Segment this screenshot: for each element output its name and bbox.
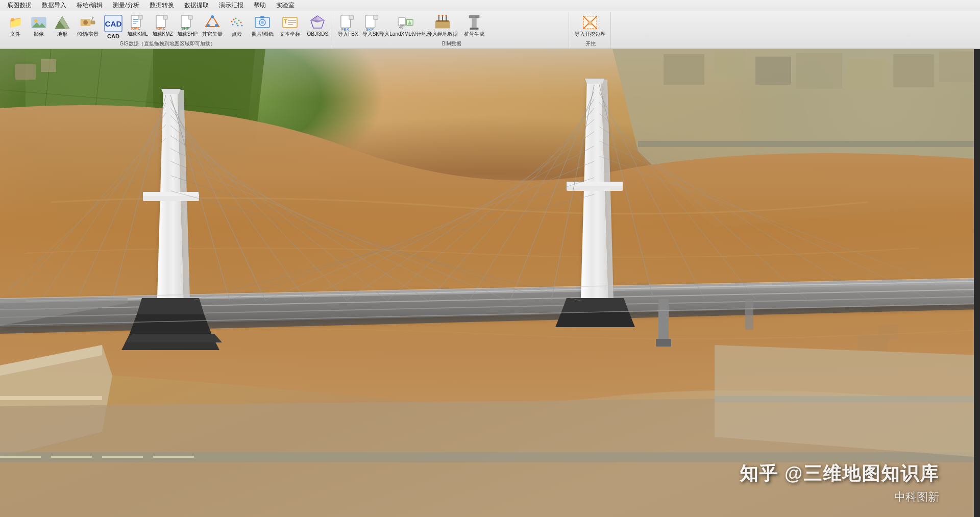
svg-rect-22 <box>188 15 192 19</box>
menu-help[interactable]: 帮助 <box>249 0 271 11</box>
kmz-button[interactable]: KMZ 加载KMZ <box>151 13 175 38</box>
cad-label: CAD <box>107 33 119 39</box>
kmz-icon: KMZ <box>154 14 170 31</box>
svg-point-25 <box>207 24 210 27</box>
imagery-button[interactable]: 影像 <box>28 13 50 38</box>
cad-button[interactable]: CAD CAD <box>102 13 125 40</box>
kmz-label: 加载KMZ <box>152 31 173 37</box>
svg-text:XML: XML <box>399 27 404 29</box>
excavation-group: 导入开挖边界 开挖 <box>570 12 611 48</box>
slope-icon <box>80 14 96 31</box>
import-boundary-button[interactable]: 导入开挖边界 <box>572 13 608 38</box>
file-label: 文件 <box>10 31 20 37</box>
svg-marker-50 <box>311 20 324 22</box>
menu-basemap[interactable]: 底图数据 <box>2 0 37 11</box>
menu-lab[interactable]: 实验室 <box>271 0 300 11</box>
svg-point-35 <box>235 18 237 19</box>
menu-markup[interactable]: 标绘/编辑 <box>71 0 108 11</box>
pointcloud-button[interactable]: 点云 <box>226 13 248 38</box>
svg-rect-55 <box>374 15 378 19</box>
vector-label: 其它矢量 <box>202 31 223 37</box>
svg-point-37 <box>241 25 243 27</box>
pilegen-button[interactable]: 桩号生成 <box>459 13 489 40</box>
svg-rect-13 <box>138 15 142 19</box>
kml-icon: KML <box>129 14 145 31</box>
pointcloud-icon <box>229 14 245 31</box>
imagery-label: 影像 <box>34 31 44 37</box>
svg-text:T: T <box>284 18 287 24</box>
file-button[interactable]: 📁 文件 <box>4 13 27 38</box>
menu-extract[interactable]: 数据提取 <box>179 0 214 11</box>
svg-point-69 <box>445 15 447 17</box>
grounddata-button[interactable]: 导入绳地数据 <box>427 13 458 40</box>
terrain-label: 地形 <box>57 31 67 37</box>
svg-point-33 <box>233 19 235 20</box>
svg-rect-41 <box>260 16 264 18</box>
svg-point-29 <box>234 21 236 23</box>
svg-rect-19 <box>163 15 167 19</box>
textcoord-button[interactable]: T 文本坐标 <box>277 13 303 38</box>
menu-bar: 底图数据 数据导入 标绘/编辑 测量/分析 数据转换 数据提取 演示汇报 帮助 … <box>0 0 980 11</box>
ribbon: 📁 文件 影像 地形 <box>0 11 980 48</box>
svg-rect-52 <box>349 15 353 19</box>
landxml-icon: LAND XML <box>398 14 414 31</box>
pointcloud-label: 点云 <box>232 31 242 37</box>
svg-point-68 <box>442 15 444 17</box>
bim-group-label: BIM数据 <box>334 40 569 47</box>
svg-point-67 <box>438 15 440 17</box>
scrollbar-right[interactable] <box>974 49 980 517</box>
photo-icon <box>254 14 271 31</box>
svg-point-1 <box>34 19 37 22</box>
svg-rect-62 <box>435 21 449 28</box>
skp-icon: SKP <box>364 14 381 31</box>
svg-text:FBX: FBX <box>341 27 349 31</box>
terrain-background <box>0 49 980 517</box>
terrain-button[interactable]: 地形 <box>51 13 74 38</box>
svg-point-6 <box>83 20 88 25</box>
vector-button[interactable]: 其它矢量 <box>200 13 225 38</box>
photo-button[interactable]: 照片/图纸 <box>249 13 276 38</box>
landxml-button[interactable]: LAND XML 导入LandXML设计地形 <box>385 13 426 40</box>
menu-convert[interactable]: 数据转换 <box>144 0 179 11</box>
shp-button[interactable]: SHP 加载SHP <box>176 13 200 38</box>
gis-group-label: GIS数据（直接拖拽到地图区域即可加载） <box>2 40 333 47</box>
kml-label: 加载KML <box>127 31 148 37</box>
grounddata-icon <box>434 14 451 31</box>
textcoord-label: 文本坐标 <box>280 31 300 37</box>
menu-present[interactable]: 演示汇报 <box>214 0 249 11</box>
boundary-icon <box>582 14 598 31</box>
vector-icon <box>204 14 220 31</box>
obj3ds-button[interactable]: OBJ/3DS <box>304 13 331 38</box>
file-icon: 📁 <box>7 14 23 31</box>
svg-point-31 <box>238 20 240 21</box>
kml-button[interactable]: KML 加载KML <box>126 13 150 38</box>
svg-text:LAND: LAND <box>399 24 405 27</box>
svg-text:SHP: SHP <box>181 26 190 31</box>
svg-rect-72 <box>470 28 478 30</box>
viewport[interactable]: 知乎 @三维地图知识库 中科图新 <box>0 49 980 517</box>
bim-data-group: FBX 导入FBX SKP 导入SKP LAND <box>334 12 569 48</box>
photo-label: 照片/图纸 <box>252 31 274 37</box>
menu-import[interactable]: 数据导入 <box>37 0 71 11</box>
svg-point-28 <box>232 24 234 26</box>
shp-label: 加载SHP <box>177 31 198 37</box>
svg-point-27 <box>211 15 214 18</box>
svg-rect-70 <box>469 15 479 18</box>
svg-rect-7 <box>90 20 95 24</box>
obj3ds-icon <box>309 14 326 31</box>
svg-text:CAD: CAD <box>105 19 122 28</box>
terrain-icon <box>54 14 70 31</box>
fbx-button[interactable]: FBX 导入FBX <box>336 13 359 40</box>
watermark2: 中科图新 <box>894 489 939 505</box>
menu-measure[interactable]: 测量/分析 <box>108 0 144 11</box>
svg-point-34 <box>237 25 239 27</box>
grounddata-label: 导入绳地数据 <box>427 31 458 37</box>
svg-rect-78 <box>588 20 593 25</box>
pilegen-icon <box>466 14 482 31</box>
svg-point-9 <box>92 16 94 18</box>
svg-text:SKP: SKP <box>366 27 374 31</box>
slope-label: 倾斜/实景 <box>77 31 99 37</box>
slope-button[interactable]: 倾斜/实景 <box>75 13 101 38</box>
svg-rect-71 <box>472 18 476 29</box>
obj3ds-label: OBJ/3DS <box>307 31 328 37</box>
